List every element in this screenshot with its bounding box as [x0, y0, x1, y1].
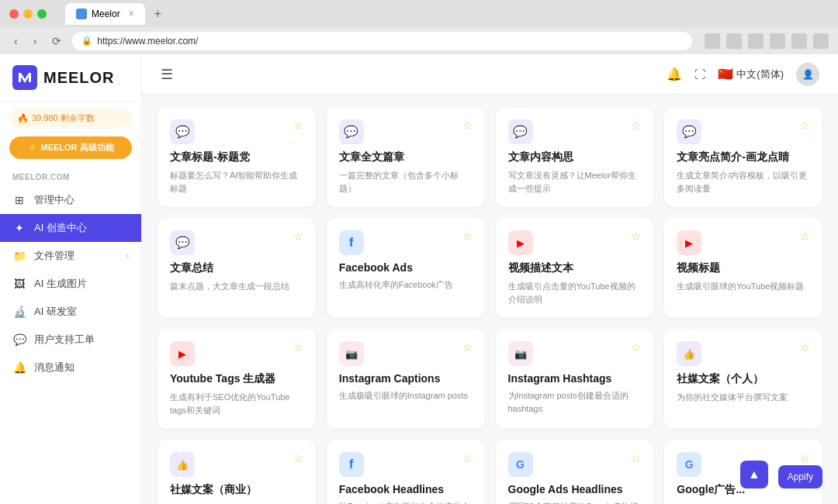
- card-article-content[interactable]: 💬 ☆ 文章内容构思 写文章没有灵感？让Meelor帮你生成一些提示: [496, 107, 654, 207]
- card-facebook-ads[interactable]: f ☆ Facebook Ads 生成高转化率的Facebook广告: [327, 218, 485, 318]
- lang-label: 中文(简体): [736, 67, 784, 81]
- sidebar-item-dashboard[interactable]: ⊞ 管理中心: [0, 186, 141, 214]
- card-instagram-captions[interactable]: 📷 ☆ Instagram Captions 生成极吸引眼球的Instagram…: [327, 329, 485, 429]
- browser-tab-meelor[interactable]: Meelor ✕: [65, 3, 145, 25]
- star-icon[interactable]: ☆: [800, 230, 810, 243]
- card-social-business[interactable]: 👍 ☆ 社媒文案（商业） 为公司和产品创作文案以供各社交媒体平台发布使用: [158, 440, 316, 504]
- sidebar-item-ai-image[interactable]: 🖼 AI 生成图片: [0, 270, 141, 298]
- sidebar-item-label: AI 生成图片: [34, 277, 129, 291]
- tab-favicon: [76, 9, 87, 19]
- card-header: ▶ ☆: [508, 230, 642, 255]
- star-icon[interactable]: ☆: [293, 452, 303, 464]
- address-bar[interactable]: 🔒 https://www.meelor.com/: [72, 32, 692, 50]
- hamburger-icon[interactable]: ☰: [161, 66, 173, 83]
- card-icon-wrap: f: [339, 452, 364, 477]
- card-desc: 写文章没有灵感？让Meelor帮你生成一些提示: [508, 169, 642, 195]
- minimize-window-button[interactable]: [23, 9, 33, 19]
- card-icon-wrap: 👍: [170, 452, 195, 477]
- star-icon[interactable]: ☆: [631, 341, 641, 354]
- card-social-personal[interactable]: 👍 ☆ 社媒文案（个人） 为你的社交媒体平台撰写文案: [664, 329, 822, 429]
- sidebar-item-label: AI 研发室: [34, 305, 129, 319]
- card-title: 视频描述文本: [508, 261, 642, 275]
- card-icon-wrap: 💬: [677, 119, 701, 144]
- card-desc: 让Facebook广告更加出众的广告文案: [339, 500, 473, 504]
- card-article-summary[interactable]: 💬 ☆ 文章总结 篇末点题，大文章生成一段总结: [158, 218, 316, 318]
- chat-icon: 💬: [175, 236, 190, 250]
- browser-chrome: Meelor ✕ + ‹ › ⟳ 🔒 https://www.meelor.co…: [0, 0, 838, 54]
- star-icon[interactable]: ☆: [631, 452, 641, 464]
- bell-icon[interactable]: 🔔: [667, 67, 682, 81]
- browser-ext-icon-3[interactable]: [748, 33, 764, 49]
- card-title: 视频标题: [677, 261, 810, 275]
- youtube-icon: ▶: [685, 237, 693, 249]
- refresh-button[interactable]: ⟳: [47, 33, 66, 49]
- card-desc: 一篇完整的文章（包含多个小标题）: [339, 169, 473, 195]
- card-icon-wrap: 👍: [677, 341, 701, 366]
- card-full-article[interactable]: 💬 ☆ 文章全文篇章 一篇完整的文章（包含多个小标题）: [327, 107, 485, 207]
- card-icon-wrap: 💬: [339, 119, 364, 144]
- avatar[interactable]: 👤: [796, 63, 819, 86]
- browser-ext-icon-6[interactable]: [813, 33, 829, 49]
- forward-button[interactable]: ›: [29, 33, 42, 49]
- star-icon[interactable]: ☆: [462, 119, 473, 132]
- star-icon[interactable]: ☆: [462, 341, 473, 354]
- star-icon[interactable]: ☆: [293, 341, 303, 354]
- credits-badge: 🔥 39,980 剩余字数: [9, 109, 132, 127]
- browser-ext-icon-4[interactable]: [770, 33, 785, 49]
- close-window-button[interactable]: [9, 9, 19, 19]
- language-selector[interactable]: 🇨🇳 中文(简体): [718, 67, 784, 81]
- sidebar-item-files[interactable]: 📁 文件管理 ›: [0, 242, 141, 270]
- card-youtube-tags[interactable]: ▶ ☆ Youtube Tags 生成器 生成有利于SEO优化的YouTube …: [158, 329, 316, 429]
- card-icon-wrap: G: [677, 452, 701, 477]
- instagram-icon: 📷: [345, 348, 358, 360]
- card-desc: 为你的社交媒体平台撰写文案: [677, 391, 810, 404]
- sidebar-item-ai-lab[interactable]: 🔬 AI 研发室: [0, 298, 141, 326]
- card-video-desc[interactable]: ▶ ☆ 视频描述文本 生成吸引点击量的YouTube视频的介绍说明: [496, 218, 654, 318]
- upgrade-button[interactable]: ⚡ MEELOR 高级功能: [9, 136, 132, 159]
- sidebar-item-ai-creation[interactable]: ✦ AI 创造中心: [0, 214, 141, 242]
- card-google-ads-headlines[interactable]: G ☆ Google Ads Headlines 撰写30个字符长度的Googl…: [496, 440, 654, 504]
- new-tab-button[interactable]: +: [148, 7, 168, 21]
- card-header: 👍 ☆: [170, 452, 303, 477]
- fullscreen-icon[interactable]: ⛶: [694, 68, 705, 81]
- card-desc: 生成高转化率的Facebook广告: [339, 278, 473, 292]
- star-icon[interactable]: ☆: [631, 230, 641, 243]
- star-icon[interactable]: ☆: [800, 341, 810, 354]
- appify-badge: Appify: [778, 465, 822, 488]
- card-facebook-headlines[interactable]: f ☆ Facebook Headlines 让Facebook广告更加出众的广…: [327, 440, 485, 504]
- ai-lab-icon: 🔬: [12, 305, 26, 319]
- card-icon-wrap: 💬: [170, 230, 195, 255]
- card-video-title[interactable]: ▶ ☆ 视频标题 生成吸引眼球的YouTube视频标题: [664, 218, 822, 318]
- card-header: G ☆: [508, 452, 642, 477]
- star-icon[interactable]: ☆: [800, 452, 810, 464]
- back-button[interactable]: ‹: [9, 33, 23, 49]
- card-article-intro[interactable]: 💬 ☆ 文章亮点简介-画龙点睛 生成文章简介/内容模板，以吸引更多阅读量: [664, 107, 822, 207]
- browser-ext-icon-2[interactable]: [726, 33, 742, 49]
- card-article-title[interactable]: 💬 ☆ 文章标题-标题党 标题要怎么写？AI智能帮助你生成标题: [158, 107, 316, 207]
- card-header: 💬 ☆: [508, 119, 642, 144]
- star-icon[interactable]: ☆: [462, 230, 473, 243]
- card-icon-wrap: 💬: [170, 119, 195, 144]
- fullscreen-window-button[interactable]: [37, 9, 47, 19]
- flag-icon: 🇨🇳: [718, 67, 733, 81]
- star-icon[interactable]: ☆: [293, 119, 303, 132]
- card-title: 文章总结: [170, 261, 303, 275]
- sidebar-item-support[interactable]: 💬 用户支持工单: [0, 326, 141, 354]
- tab-close-icon[interactable]: ✕: [128, 9, 134, 18]
- card-title: Facebook Headlines: [339, 483, 473, 495]
- star-icon[interactable]: ☆: [462, 452, 473, 464]
- scroll-top-button[interactable]: ▲: [740, 461, 768, 488]
- sidebar-item-label: 管理中心: [34, 193, 129, 207]
- sidebar-item-notifications[interactable]: 🔔 消息通知: [0, 354, 141, 381]
- star-icon[interactable]: ☆: [293, 230, 303, 243]
- card-title: 文章亮点简介-画龙点睛: [677, 150, 810, 164]
- card-header: 💬 ☆: [339, 119, 473, 144]
- star-icon[interactable]: ☆: [800, 119, 810, 132]
- browser-ext-icon-1[interactable]: [705, 33, 720, 49]
- sidebar: MEELOR 🔥 39,980 剩余字数 ⚡ MEELOR 高级功能 MEELO…: [0, 54, 142, 504]
- star-icon[interactable]: ☆: [631, 119, 641, 132]
- browser-ext-icon-5[interactable]: [791, 33, 807, 49]
- card-desc: 生成有利于SEO优化的YouTube tags和关键词: [170, 391, 303, 416]
- card-title: 文章全文篇章: [339, 150, 473, 164]
- card-instagram-hashtags[interactable]: 📷 ☆ Instagram Hashtags 为Instagram posts创…: [496, 329, 654, 429]
